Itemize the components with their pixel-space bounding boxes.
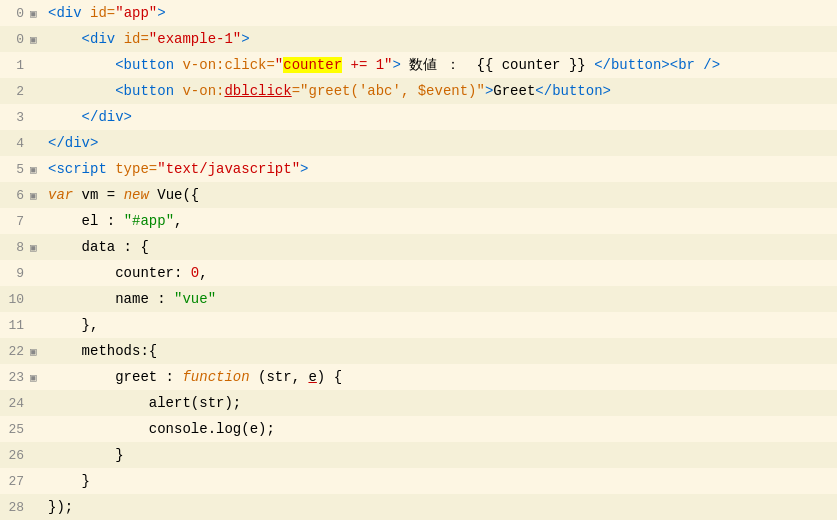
line-number: 28 <box>0 500 30 515</box>
code-line: 10 name : "vue" <box>0 286 837 312</box>
code-line: 25 console.log(e); <box>0 416 837 442</box>
code-line: 2 <button v-on:dblclick="greet('abc', $e… <box>0 78 837 104</box>
code-line: 0 ▣ <div id="example-1"> <box>0 26 837 52</box>
line-number: 0 <box>0 6 30 21</box>
line-content: <div id="app"> <box>44 0 166 26</box>
code-line: 27 } <box>0 468 837 494</box>
line-content: <button v-on:dblclick="greet('abc', $eve… <box>44 78 611 104</box>
line-number: 2 <box>0 84 30 99</box>
fold-icon <box>30 215 44 227</box>
fold-icon[interactable]: ▣ <box>30 33 44 46</box>
line-content: <div id="example-1"> <box>44 26 250 52</box>
fold-icon <box>30 59 44 71</box>
fold-icon <box>30 397 44 409</box>
code-line: 0 ▣ <div id="app"> <box>0 0 837 26</box>
line-content: el : "#app", <box>44 208 182 234</box>
line-content: var vm = new Vue({ <box>44 182 199 208</box>
fold-icon <box>30 267 44 279</box>
line-content: counter: 0, <box>44 260 208 286</box>
code-lines: 0 ▣ <div id="app"> 0 ▣ <div id="example-… <box>0 0 837 520</box>
line-number: 6 <box>0 188 30 203</box>
line-number: 3 <box>0 110 30 125</box>
fold-icon <box>30 423 44 435</box>
line-content: }); <box>44 494 73 520</box>
line-number: 24 <box>0 396 30 411</box>
line-number: 10 <box>0 292 30 307</box>
line-number: 27 <box>0 474 30 489</box>
fold-icon[interactable]: ▣ <box>30 163 44 176</box>
fold-icon[interactable]: ▣ <box>30 241 44 254</box>
line-content: name : "vue" <box>44 286 216 312</box>
line-content: alert(str); <box>44 390 241 416</box>
fold-icon[interactable]: ▣ <box>30 345 44 358</box>
code-line: 26 } <box>0 442 837 468</box>
code-line: 9 counter: 0, <box>0 260 837 286</box>
line-number: 0 <box>0 32 30 47</box>
line-number: 5 <box>0 162 30 177</box>
code-line: 28 }); <box>0 494 837 520</box>
line-number: 4 <box>0 136 30 151</box>
line-number: 1 <box>0 58 30 73</box>
fold-icon <box>30 475 44 487</box>
code-line: 22 ▣ methods:{ <box>0 338 837 364</box>
line-content: <script type="text/javascript"> <box>44 156 308 182</box>
line-content: methods:{ <box>44 338 157 364</box>
fold-icon <box>30 137 44 149</box>
code-line: 3 </div> <box>0 104 837 130</box>
code-editor[interactable]: 0 ▣ <div id="app"> 0 ▣ <div id="example-… <box>0 0 837 520</box>
line-number: 9 <box>0 266 30 281</box>
line-content: data : { <box>44 234 149 260</box>
line-content: </div> <box>44 130 98 156</box>
line-number: 25 <box>0 422 30 437</box>
fold-icon <box>30 449 44 461</box>
code-line: 1 <button v-on:click="counter += 1"> 数値 … <box>0 52 837 78</box>
code-line: 6 ▣ var vm = new Vue({ <box>0 182 837 208</box>
line-number: 23 <box>0 370 30 385</box>
line-content: } <box>44 442 124 468</box>
line-number: 7 <box>0 214 30 229</box>
line-content: greet : function (str, e) { <box>44 364 342 390</box>
fold-icon <box>30 85 44 97</box>
code-line: 24 alert(str); <box>0 390 837 416</box>
code-line: 11 }, <box>0 312 837 338</box>
line-number: 26 <box>0 448 30 463</box>
line-content: console.log(e); <box>44 416 275 442</box>
code-line: 5 ▣ <script type="text/javascript"> <box>0 156 837 182</box>
code-line: 7 el : "#app", <box>0 208 837 234</box>
fold-icon[interactable]: ▣ <box>30 189 44 202</box>
code-line: 23 ▣ greet : function (str, e) { <box>0 364 837 390</box>
fold-icon <box>30 111 44 123</box>
fold-icon <box>30 293 44 305</box>
fold-icon <box>30 319 44 331</box>
code-line: 8 ▣ data : { <box>0 234 837 260</box>
line-content: </div> <box>44 104 132 130</box>
line-content: } <box>44 468 90 494</box>
line-number: 22 <box>0 344 30 359</box>
line-content: <button v-on:click="counter += 1"> 数値 ： … <box>44 52 720 78</box>
line-number: 8 <box>0 240 30 255</box>
code-line: 4 </div> <box>0 130 837 156</box>
fold-icon[interactable]: ▣ <box>30 7 44 20</box>
line-number: 11 <box>0 318 30 333</box>
fold-icon[interactable]: ▣ <box>30 371 44 384</box>
line-content: }, <box>44 312 98 338</box>
fold-icon <box>30 501 44 513</box>
